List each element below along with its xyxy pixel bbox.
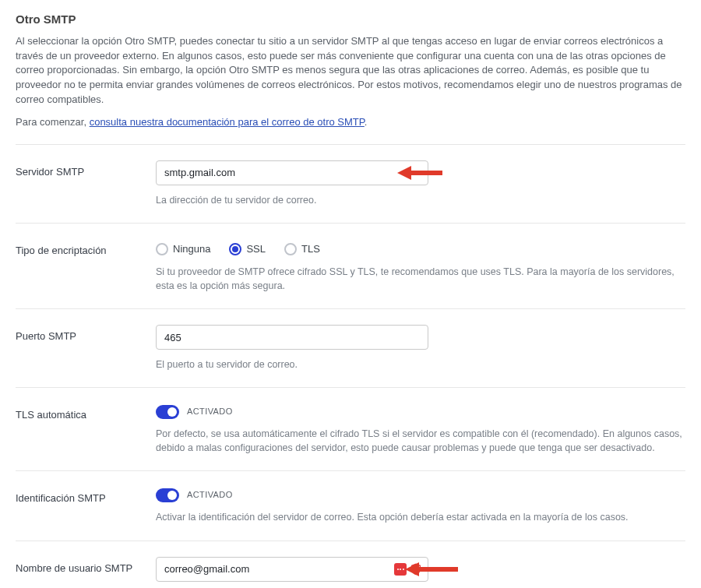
radio-icon bbox=[156, 243, 168, 255]
toggle-state-auto-tls: ACTIVADO bbox=[187, 406, 233, 418]
radio-icon bbox=[229, 243, 241, 255]
radio-label-tls: TLS bbox=[301, 242, 320, 257]
doc-line: Para comenzar, consulta nuestra document… bbox=[16, 115, 685, 130]
radio-label-none: Ninguna bbox=[173, 242, 210, 257]
label-smtp-host: Servidor SMTP bbox=[16, 160, 156, 180]
help-smtp-port: El puerto a tu servidor de correo. bbox=[156, 357, 685, 371]
row-smtp-port: Puerto SMTP El puerto a tu servidor de c… bbox=[16, 309, 685, 388]
smtp-host-input[interactable] bbox=[156, 160, 428, 185]
shield-icon[interactable] bbox=[410, 563, 422, 576]
radio-label-ssl: SSL bbox=[246, 242, 266, 257]
doc-link[interactable]: consulta nuestra documentación para el c… bbox=[90, 116, 365, 128]
radio-icon bbox=[284, 243, 297, 255]
row-smtp-user: Nombre de usuario SMTP El nombre de usua… bbox=[16, 541, 685, 588]
row-smtp-auth: Identificación SMTP ACTIVADO Activar la … bbox=[16, 471, 685, 540]
label-encryption: Tipo de encriptación bbox=[16, 239, 156, 259]
input-badges bbox=[394, 563, 422, 576]
toggle-auto-tls[interactable] bbox=[156, 405, 179, 419]
row-smtp-host: Servidor SMTP La dirección de tu servido… bbox=[16, 145, 685, 224]
help-auto-tls: Por defecto, se usa automáticamente el c… bbox=[156, 427, 685, 455]
smtp-port-input[interactable] bbox=[156, 325, 428, 350]
help-smtp-host: La dirección de tu servidor de correo. bbox=[156, 193, 685, 207]
toggle-state-smtp-auth: ACTIVADO bbox=[187, 489, 233, 502]
smtp-user-input[interactable] bbox=[156, 557, 428, 582]
svg-point-0 bbox=[414, 567, 418, 571]
help-encryption: Si tu proveedor de SMTP ofrece cifrado S… bbox=[156, 265, 685, 293]
row-encryption: Tipo de encriptación Ninguna SSL TLS Si … bbox=[16, 224, 685, 309]
radio-encryption-ssl[interactable]: SSL bbox=[229, 242, 266, 257]
radio-encryption-tls[interactable]: TLS bbox=[284, 242, 320, 257]
label-smtp-auth: Identificación SMTP bbox=[16, 487, 156, 506]
label-smtp-user: Nombre de usuario SMTP bbox=[16, 557, 156, 576]
toggle-smtp-auth[interactable] bbox=[156, 488, 179, 502]
password-manager-icon[interactable] bbox=[394, 563, 407, 576]
doc-prefix: Para comenzar, bbox=[16, 116, 90, 128]
help-smtp-auth: Activar la identificación del servidor d… bbox=[156, 510, 685, 524]
section-title: Otro SMTP bbox=[16, 11, 685, 28]
label-smtp-port: Puerto SMTP bbox=[16, 325, 156, 344]
label-auto-tls: TLS automática bbox=[16, 403, 156, 423]
row-auto-tls: TLS automática ACTIVADO Por defecto, se … bbox=[16, 388, 685, 471]
radio-encryption-none[interactable]: Ninguna bbox=[156, 242, 210, 257]
intro-text: Al seleccionar la opción Otro SMTP, pued… bbox=[16, 34, 685, 107]
